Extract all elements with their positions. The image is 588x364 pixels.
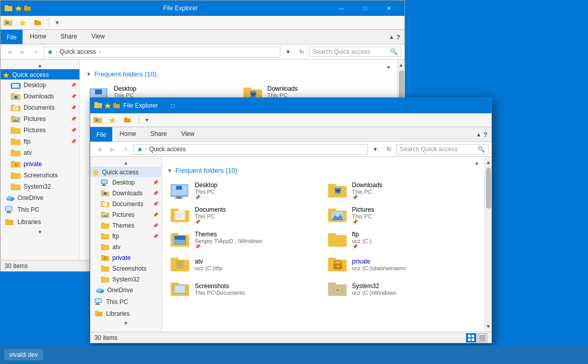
fg-folder-system32[interactable]: System32 ocz (C:)\Windows (325, 278, 480, 300)
bg-tab-home[interactable]: Home (23, 30, 53, 44)
fg-sidebar-ftp-label: ftp (112, 233, 119, 240)
fg-address-dropdown[interactable]: ▼ (370, 144, 381, 155)
fg-folder-desktop[interactable]: Desktop This PC 📌 (167, 179, 322, 202)
bg-quick-star[interactable] (17, 17, 28, 28)
bg-search-box[interactable]: Search Quick access 🔍 (309, 47, 401, 57)
bg-forward-btn[interactable]: ▶ (17, 46, 28, 57)
taskbar-vivaldi[interactable]: vivaldi dev (4, 349, 43, 360)
bg-tab-view[interactable]: View (84, 30, 112, 44)
bg-close-btn[interactable]: ✕ (377, 1, 400, 16)
fg-sidebar-this-pc[interactable]: This PC (90, 296, 161, 308)
fg-sidebar-screenshots[interactable]: Screenshots (90, 263, 161, 274)
bg-sidebar-desktop[interactable]: Desktop 📌 (1, 79, 79, 91)
fg-details-btn[interactable] (477, 333, 488, 342)
fg-tab-view[interactable]: View (174, 127, 201, 141)
fg-sidebar-private[interactable]: private (90, 252, 161, 263)
fg-content-scroll-up[interactable]: ▲ (474, 160, 479, 166)
fg-sidebar-atv[interactable]: atv (90, 241, 161, 252)
bg-sidebar-scroll-up[interactable]: ▲ (1, 62, 79, 69)
fg-quick-dropdown[interactable]: ▼ (144, 117, 150, 123)
fg-sidebar-libraries[interactable]: Libraries (90, 308, 161, 319)
bg-sidebar-downloads[interactable]: Downloads 📌 (1, 91, 79, 102)
bg-back-btn[interactable]: ◀ (4, 46, 15, 57)
bg-sidebar-scroll-down[interactable]: ▼ (1, 228, 79, 236)
bg-tab-file[interactable]: File (1, 30, 23, 44)
bg-refresh-btn[interactable]: ↻ (296, 46, 307, 57)
bg-maximize-btn[interactable]: □ (353, 1, 377, 16)
fg-folder-private[interactable]: private ocz (C:)\data\winaero (325, 253, 480, 276)
fg-sidebar-quick-access[interactable]: Quick access (90, 167, 161, 177)
fg-scroll-arrow-up[interactable]: ▲ (484, 158, 492, 167)
bg-quick-dropdown[interactable]: ▼ (54, 19, 60, 26)
fg-up-btn[interactable]: ↑ (120, 144, 131, 155)
bg-section-header[interactable]: ▼ Frequent folders (10) (86, 70, 391, 78)
bg-sidebar-onedrive[interactable]: OneDrive (1, 192, 79, 204)
bg-sidebar-this-pc[interactable]: This PC (1, 204, 79, 216)
fg-section-header[interactable]: ▼ Frequent folders (10) (167, 167, 479, 174)
fg-folder-pictures[interactable]: Pictures This PC 📌 (325, 204, 480, 227)
fg-folder-screenshots[interactable]: Screenshots This PC\Documents (167, 278, 322, 300)
bg-sidebar-screenshots[interactable]: Screenshots (1, 170, 79, 181)
fg-minimize-btn[interactable]: — (161, 83, 185, 98)
bg-sidebar-system32[interactable]: System32 (1, 181, 79, 192)
fg-folder-atv[interactable]: atv ocz (C:)\ftp (167, 253, 322, 276)
fg-folder-documents[interactable]: Documents This PC 📌 (167, 204, 322, 227)
bg-address-dropdown[interactable]: ▼ (282, 46, 294, 57)
bg-sidebar-private[interactable]: private (1, 158, 79, 170)
fg-help-btn[interactable]: ? (483, 131, 488, 138)
bg-sidebar-themes[interactable]: Pictures 📌 (1, 125, 79, 136)
bg-help-btn[interactable]: ? (396, 33, 400, 41)
bg-sidebar-ftp[interactable]: ftp 📌 (1, 136, 79, 147)
fg-tab-file[interactable]: File (90, 127, 112, 141)
bg-quick-folder[interactable] (32, 17, 44, 28)
svg-rect-158 (171, 282, 178, 285)
fg-sidebar-pictures[interactable]: Pictures 📌 (90, 209, 161, 220)
fg-back-btn[interactable]: ◀ (93, 144, 105, 155)
bg-sidebar-documents[interactable]: Documents 📌 (1, 102, 79, 113)
fg-ribbon-collapse[interactable]: ▲ (476, 131, 481, 137)
fg-search-icon[interactable]: 🔍 (477, 146, 485, 153)
fg-sidebar-ftp[interactable]: ftp 📌 (90, 231, 161, 241)
fg-libraries-icon (94, 310, 104, 317)
bg-up-btn[interactable]: ↑ (30, 46, 42, 57)
bg-content-scroll-up[interactable]: ▲ (386, 64, 391, 69)
fg-quick-folder[interactable] (122, 114, 133, 126)
fg-large-icons-btn[interactable] (466, 333, 476, 342)
bg-search-icon[interactable]: 🔍 (390, 48, 398, 55)
fg-tab-share[interactable]: Share (143, 127, 174, 141)
bg-sidebar-quick-access[interactable]: Quick access (1, 69, 79, 79)
fg-documents-info: Documents This PC 📌 (195, 206, 226, 225)
fg-status-bar: 30 items (90, 332, 492, 343)
fg-sidebar-downloads[interactable]: Downloads 📌 (90, 188, 161, 198)
bg-sidebar-libraries[interactable]: Libraries (1, 216, 79, 228)
fg-address-path[interactable]: ★ › Quick access (133, 144, 368, 155)
fg-sidebar-scroll-up[interactable]: ▲ (90, 159, 161, 167)
bg-sidebar-pictures[interactable]: Pictures 📌 (1, 113, 79, 125)
fg-scrollbar[interactable]: ▲ ▼ (484, 157, 492, 332)
fg-tab-home[interactable]: Home (112, 127, 143, 141)
fg-folder-themes[interactable]: Themes Sergey T\AppD...\Windows 📌 (167, 229, 322, 251)
bg-scroll-arrow-up[interactable]: ▲ (397, 60, 404, 69)
fg-forward-btn[interactable]: ▶ (107, 144, 118, 155)
fg-sidebar-system32[interactable]: System32 (90, 274, 161, 285)
fg-sidebar-themes[interactable]: Themes 📌 (90, 220, 161, 231)
fg-search-box[interactable]: Search Quick access 🔍 (396, 144, 489, 154)
fg-quick-star[interactable] (107, 114, 118, 126)
fg-scroll-arrow-down[interactable]: ▼ (484, 322, 492, 331)
bg-address-path[interactable]: ★ › Quick access › (44, 47, 280, 57)
fg-scroll-thumb[interactable] (486, 168, 491, 209)
fg-sidebar-desktop[interactable]: Desktop 📌 (90, 177, 161, 188)
bg-win-controls[interactable]: — □ ✕ (330, 1, 400, 16)
fg-maximize-btn[interactable]: □ (161, 98, 185, 113)
fg-folder-ftp[interactable]: ftp ocz (C:) 📌 (325, 229, 480, 251)
bg-tab-share[interactable]: Share (53, 30, 84, 44)
bg-sidebar-atv[interactable]: atv (1, 147, 79, 158)
fg-sidebar-scroll-down[interactable]: ▼ (90, 319, 161, 327)
fg-sidebar-onedrive[interactable]: OneDrive (90, 285, 161, 296)
fg-folder-downloads[interactable]: Downloads This PC 📌 (325, 179, 480, 202)
fg-refresh-btn[interactable]: ↻ (383, 144, 394, 155)
fg-view-toggle[interactable] (466, 333, 488, 342)
bg-minimize-btn[interactable]: — (330, 1, 353, 16)
bg-ribbon-collapse[interactable]: ▲ (389, 34, 394, 40)
fg-sidebar-documents[interactable]: Documents 📌 (90, 198, 161, 209)
